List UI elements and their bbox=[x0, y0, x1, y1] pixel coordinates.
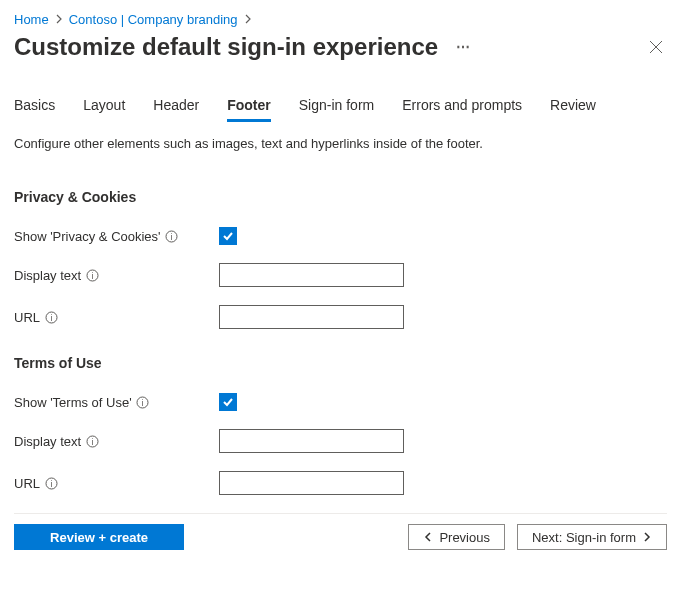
privacy-section-title: Privacy & Cookies bbox=[14, 189, 667, 205]
info-icon[interactable]: i bbox=[44, 476, 58, 490]
page-title: Customize default sign-in experience bbox=[14, 33, 438, 61]
tou-display-text-input[interactable] bbox=[219, 429, 404, 453]
breadcrumb-contoso[interactable]: Contoso | Company branding bbox=[69, 12, 238, 27]
privacy-url-label: URL bbox=[14, 310, 40, 325]
privacy-display-text-label: Display text bbox=[14, 268, 81, 283]
show-tou-checkbox[interactable] bbox=[219, 393, 237, 411]
svg-text:i: i bbox=[50, 312, 52, 322]
review-create-button[interactable]: Review + create bbox=[14, 524, 184, 550]
breadcrumb-home[interactable]: Home bbox=[14, 12, 49, 27]
svg-text:i: i bbox=[171, 231, 173, 241]
show-privacy-label: Show 'Privacy & Cookies' bbox=[14, 229, 161, 244]
svg-text:i: i bbox=[91, 270, 93, 280]
tab-basics[interactable]: Basics bbox=[14, 97, 55, 122]
next-label: Next: Sign-in form bbox=[532, 530, 636, 545]
info-icon[interactable]: i bbox=[85, 268, 99, 282]
divider bbox=[14, 513, 667, 514]
chevron-right-icon bbox=[55, 12, 63, 27]
more-actions-button[interactable]: ⋯ bbox=[452, 39, 475, 55]
tab-footer[interactable]: Footer bbox=[227, 97, 271, 122]
tab-header[interactable]: Header bbox=[153, 97, 199, 122]
chevron-right-icon bbox=[244, 12, 252, 27]
previous-button[interactable]: Previous bbox=[408, 524, 505, 550]
tou-section-title: Terms of Use bbox=[14, 355, 667, 371]
tabs: Basics Layout Header Footer Sign-in form… bbox=[14, 97, 667, 122]
privacy-display-text-input[interactable] bbox=[219, 263, 404, 287]
tou-display-text-label: Display text bbox=[14, 434, 81, 449]
privacy-url-input[interactable] bbox=[219, 305, 404, 329]
tab-description: Configure other elements such as images,… bbox=[14, 136, 667, 151]
next-button[interactable]: Next: Sign-in form bbox=[517, 524, 667, 550]
breadcrumb: Home Contoso | Company branding bbox=[14, 12, 667, 27]
chevron-right-icon bbox=[642, 532, 652, 542]
info-icon[interactable]: i bbox=[136, 395, 150, 409]
svg-text:i: i bbox=[142, 397, 144, 407]
tab-signin-form[interactable]: Sign-in form bbox=[299, 97, 374, 122]
footer-buttons: Review + create Previous Next: Sign-in f… bbox=[14, 524, 667, 550]
info-icon[interactable]: i bbox=[165, 229, 179, 243]
svg-text:i: i bbox=[91, 436, 93, 446]
tab-errors-prompts[interactable]: Errors and prompts bbox=[402, 97, 522, 122]
tou-url-input[interactable] bbox=[219, 471, 404, 495]
tou-url-label: URL bbox=[14, 476, 40, 491]
close-button[interactable] bbox=[645, 36, 667, 58]
show-tou-label: Show 'Terms of Use' bbox=[14, 395, 132, 410]
tab-review[interactable]: Review bbox=[550, 97, 596, 122]
info-icon[interactable]: i bbox=[85, 434, 99, 448]
show-privacy-checkbox[interactable] bbox=[219, 227, 237, 245]
svg-text:i: i bbox=[50, 478, 52, 488]
page-header: Customize default sign-in experience ⋯ bbox=[14, 33, 667, 61]
previous-label: Previous bbox=[439, 530, 490, 545]
info-icon[interactable]: i bbox=[44, 310, 58, 324]
tab-layout[interactable]: Layout bbox=[83, 97, 125, 122]
chevron-left-icon bbox=[423, 532, 433, 542]
